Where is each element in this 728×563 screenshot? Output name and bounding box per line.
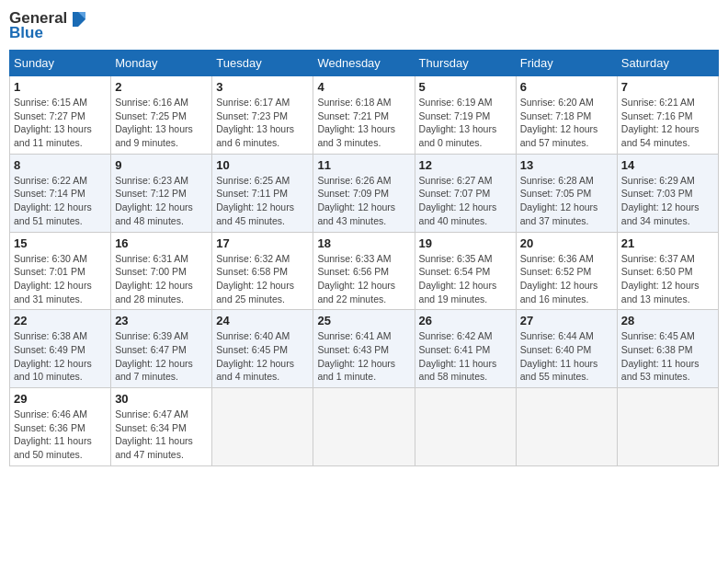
day-cell: 6Sunrise: 6:20 AMSunset: 7:18 PMDaylight… — [516, 76, 617, 155]
week-row-3: 15Sunrise: 6:30 AMSunset: 7:01 PMDayligh… — [10, 232, 719, 310]
day-cell — [212, 388, 313, 466]
day-cell: 3Sunrise: 6:17 AMSunset: 7:23 PMDaylight… — [212, 76, 313, 155]
day-info: Sunrise: 6:16 AMSunset: 7:25 PMDaylight:… — [115, 96, 208, 150]
day-info: Sunrise: 6:45 AMSunset: 6:38 PMDaylight:… — [621, 329, 714, 384]
day-number: 3 — [216, 80, 309, 94]
day-info: Sunrise: 6:39 AMSunset: 6:47 PMDaylight:… — [115, 329, 208, 384]
day-number: 17 — [216, 236, 309, 250]
day-cell: 28Sunrise: 6:45 AMSunset: 6:38 PMDayligh… — [617, 310, 718, 388]
weekday-saturday: Saturday — [617, 51, 718, 76]
day-number: 27 — [520, 314, 613, 327]
day-cell — [516, 388, 617, 466]
day-number: 5 — [419, 80, 512, 94]
week-row-1: 1Sunrise: 6:15 AMSunset: 7:27 PMDaylight… — [10, 76, 719, 155]
day-number: 11 — [317, 158, 410, 172]
day-info: Sunrise: 6:19 AMSunset: 7:19 PMDaylight:… — [419, 96, 512, 150]
day-info: Sunrise: 6:44 AMSunset: 6:40 PMDaylight:… — [520, 329, 613, 384]
day-cell: 2Sunrise: 6:16 AMSunset: 7:25 PMDaylight… — [111, 76, 212, 155]
day-number: 1 — [14, 80, 107, 94]
day-number: 22 — [14, 314, 107, 327]
day-info: Sunrise: 6:26 AMSunset: 7:09 PMDaylight:… — [317, 174, 410, 228]
day-info: Sunrise: 6:37 AMSunset: 6:50 PMDaylight:… — [621, 252, 714, 306]
day-info: Sunrise: 6:41 AMSunset: 6:43 PMDaylight:… — [317, 329, 410, 384]
day-number: 16 — [115, 236, 208, 250]
day-number: 20 — [520, 236, 613, 250]
day-info: Sunrise: 6:36 AMSunset: 6:52 PMDaylight:… — [520, 252, 613, 306]
day-cell: 18Sunrise: 6:33 AMSunset: 6:56 PMDayligh… — [313, 232, 415, 310]
day-info: Sunrise: 6:21 AMSunset: 7:16 PMDaylight:… — [621, 96, 714, 150]
weekday-thursday: Thursday — [415, 51, 516, 76]
day-info: Sunrise: 6:31 AMSunset: 7:00 PMDaylight:… — [115, 252, 208, 306]
day-cell: 19Sunrise: 6:35 AMSunset: 6:54 PMDayligh… — [415, 232, 516, 310]
day-info: Sunrise: 6:29 AMSunset: 7:03 PMDaylight:… — [621, 174, 714, 228]
day-number: 26 — [419, 314, 512, 327]
day-number: 8 — [14, 158, 107, 172]
day-info: Sunrise: 6:23 AMSunset: 7:12 PMDaylight:… — [115, 174, 208, 228]
day-number: 23 — [115, 314, 208, 327]
calendar-table: SundayMondayTuesdayWednesdayThursdayFrid… — [9, 50, 719, 466]
weekday-tuesday: Tuesday — [212, 51, 313, 76]
weekday-friday: Friday — [516, 51, 617, 76]
day-cell: 26Sunrise: 6:42 AMSunset: 6:41 PMDayligh… — [415, 310, 516, 388]
day-cell: 11Sunrise: 6:26 AMSunset: 7:09 PMDayligh… — [313, 154, 415, 232]
day-cell — [313, 388, 415, 466]
day-info: Sunrise: 6:40 AMSunset: 6:45 PMDaylight:… — [216, 329, 309, 384]
weekday-monday: Monday — [111, 51, 212, 76]
day-number: 25 — [317, 314, 410, 327]
day-cell: 21Sunrise: 6:37 AMSunset: 6:50 PMDayligh… — [617, 232, 718, 310]
day-cell: 24Sunrise: 6:40 AMSunset: 6:45 PMDayligh… — [212, 310, 313, 388]
day-info: Sunrise: 6:15 AMSunset: 7:27 PMDaylight:… — [14, 96, 107, 150]
day-cell: 8Sunrise: 6:22 AMSunset: 7:14 PMDaylight… — [10, 154, 111, 232]
day-info: Sunrise: 6:42 AMSunset: 6:41 PMDaylight:… — [419, 329, 512, 384]
day-cell — [617, 388, 718, 466]
day-number: 18 — [317, 236, 410, 250]
day-info: Sunrise: 6:46 AMSunset: 6:36 PMDaylight:… — [14, 408, 107, 462]
day-info: Sunrise: 6:38 AMSunset: 6:49 PMDaylight:… — [14, 329, 107, 384]
day-cell: 16Sunrise: 6:31 AMSunset: 7:00 PMDayligh… — [111, 232, 212, 310]
day-cell: 7Sunrise: 6:21 AMSunset: 7:16 PMDaylight… — [617, 76, 718, 155]
day-cell: 12Sunrise: 6:27 AMSunset: 7:07 PMDayligh… — [415, 154, 516, 232]
day-cell: 20Sunrise: 6:36 AMSunset: 6:52 PMDayligh… — [516, 232, 617, 310]
day-number: 2 — [115, 80, 208, 94]
day-cell: 23Sunrise: 6:39 AMSunset: 6:47 PMDayligh… — [111, 310, 212, 388]
weekday-header-row: SundayMondayTuesdayWednesdayThursdayFrid… — [10, 51, 719, 76]
day-cell: 10Sunrise: 6:25 AMSunset: 7:11 PMDayligh… — [212, 154, 313, 232]
day-cell: 4Sunrise: 6:18 AMSunset: 7:21 PMDaylight… — [313, 76, 415, 155]
weekday-wednesday: Wednesday — [313, 51, 415, 76]
day-number: 7 — [621, 80, 714, 94]
day-number: 30 — [115, 392, 208, 406]
day-info: Sunrise: 6:27 AMSunset: 7:07 PMDaylight:… — [419, 174, 512, 228]
day-number: 4 — [317, 80, 410, 94]
day-cell: 15Sunrise: 6:30 AMSunset: 7:01 PMDayligh… — [10, 232, 111, 310]
weekday-sunday: Sunday — [10, 51, 111, 76]
day-cell: 25Sunrise: 6:41 AMSunset: 6:43 PMDayligh… — [313, 310, 415, 388]
day-info: Sunrise: 6:33 AMSunset: 6:56 PMDaylight:… — [317, 252, 410, 306]
day-info: Sunrise: 6:35 AMSunset: 6:54 PMDaylight:… — [419, 252, 512, 306]
day-number: 13 — [520, 158, 613, 172]
day-number: 29 — [14, 392, 107, 406]
day-cell: 22Sunrise: 6:38 AMSunset: 6:49 PMDayligh… — [10, 310, 111, 388]
day-cell: 9Sunrise: 6:23 AMSunset: 7:12 PMDaylight… — [111, 154, 212, 232]
day-number: 9 — [115, 158, 208, 172]
day-cell: 17Sunrise: 6:32 AMSunset: 6:58 PMDayligh… — [212, 232, 313, 310]
day-info: Sunrise: 6:28 AMSunset: 7:05 PMDaylight:… — [520, 174, 613, 228]
day-number: 24 — [216, 314, 309, 327]
day-info: Sunrise: 6:47 AMSunset: 6:34 PMDaylight:… — [115, 408, 208, 462]
week-row-5: 29Sunrise: 6:46 AMSunset: 6:36 PMDayligh… — [10, 388, 719, 466]
day-info: Sunrise: 6:18 AMSunset: 7:21 PMDaylight:… — [317, 96, 410, 150]
day-cell: 29Sunrise: 6:46 AMSunset: 6:36 PMDayligh… — [10, 388, 111, 466]
week-row-4: 22Sunrise: 6:38 AMSunset: 6:49 PMDayligh… — [10, 310, 719, 388]
day-info: Sunrise: 6:22 AMSunset: 7:14 PMDaylight:… — [14, 174, 107, 228]
day-number: 6 — [520, 80, 613, 94]
day-number: 14 — [621, 158, 714, 172]
day-number: 10 — [216, 158, 309, 172]
day-number: 19 — [419, 236, 512, 250]
day-cell: 13Sunrise: 6:28 AMSunset: 7:05 PMDayligh… — [516, 154, 617, 232]
day-info: Sunrise: 6:25 AMSunset: 7:11 PMDaylight:… — [216, 174, 309, 228]
day-info: Sunrise: 6:30 AMSunset: 7:01 PMDaylight:… — [14, 252, 107, 306]
day-cell — [415, 388, 516, 466]
day-number: 28 — [621, 314, 714, 327]
logo-chevron-icon — [69, 10, 85, 27]
day-info: Sunrise: 6:32 AMSunset: 6:58 PMDaylight:… — [216, 252, 309, 306]
day-number: 12 — [419, 158, 512, 172]
